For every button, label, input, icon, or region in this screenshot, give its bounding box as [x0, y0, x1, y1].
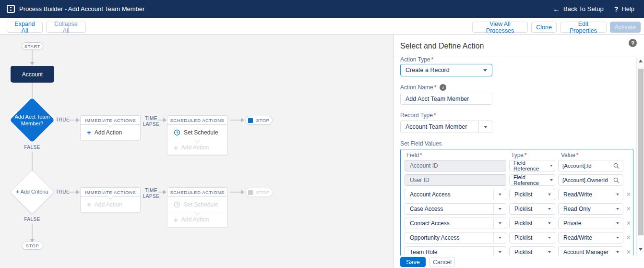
scheduled-actions-box-1: SCHEDULED ACTIONS Set Schedule + Add Act… — [167, 115, 227, 155]
true-label-2: TRUE — [56, 189, 69, 195]
set-field-values-table: Field* Type* Value* Account ID Field Ref… — [400, 149, 633, 268]
value-dropdown[interactable]: Private — [558, 218, 623, 229]
process-builder-icon — [7, 5, 15, 13]
type-dropdown[interactable]: Picklist — [509, 189, 555, 200]
chevron-down-icon — [499, 237, 501, 239]
action-name-input[interactable]: Add Acct Team Member — [400, 93, 492, 105]
field-input-readonly: User ID — [405, 174, 506, 186]
chevron-down-icon — [550, 165, 553, 167]
field-dropdown[interactable]: Account Access — [405, 189, 506, 200]
remove-row-icon[interactable]: × — [625, 232, 632, 244]
expand-all-button[interactable]: Expand All — [7, 22, 43, 33]
collapse-all-button[interactable]: Collapse All — [46, 22, 86, 33]
action-type-label: Action Type* — [400, 56, 433, 63]
help-link[interactable]: ? Help — [610, 5, 638, 13]
back-to-setup-link[interactable]: ← Back To Setup — [549, 5, 608, 12]
view-all-processes-button[interactable]: View All Processes — [472, 22, 528, 33]
time-lapse-label-1: TIME LAPSE — [143, 116, 160, 127]
chevron-down-icon — [548, 194, 551, 195]
plus-icon: + — [87, 129, 91, 136]
select-and-define-action-panel: Select and Define Action ? Action Type* … — [394, 35, 644, 268]
chevron-down-icon — [548, 237, 551, 239]
remove-row-icon[interactable]: × — [625, 189, 632, 200]
time-lapse-label-2: TIME LAPSE — [143, 188, 160, 199]
stop-node-1: STOP — [245, 116, 273, 125]
search-icon[interactable] — [613, 163, 620, 169]
chevron-down-icon — [616, 251, 619, 253]
chevron-down-icon — [616, 237, 619, 239]
clock-icon — [174, 201, 180, 208]
value-dropdown[interactable]: Read/Write — [558, 232, 623, 244]
field-dropdown[interactable]: Contact Access — [405, 218, 506, 229]
plus-icon: + — [174, 216, 178, 223]
value-column-header: Value* — [561, 152, 578, 158]
field-dropdown[interactable]: Opportunity Access — [405, 232, 506, 244]
chevron-down-icon — [550, 179, 553, 181]
scrollbar-down-arrow[interactable] — [639, 248, 643, 251]
clone-button[interactable]: Clone — [531, 22, 557, 33]
start-node: START — [22, 42, 43, 50]
chevron-down-icon — [483, 69, 487, 72]
scrollbar-up-arrow[interactable] — [639, 60, 643, 62]
cancel-button[interactable]: Cancel — [429, 257, 455, 267]
chevron-down-icon — [616, 194, 619, 195]
type-dropdown[interactable]: Field Reference — [509, 160, 555, 171]
false-label-2: FALSE — [23, 217, 42, 222]
panel-title: Select and Define Action — [400, 42, 484, 50]
immediate-actions-box-1: IMMEDIATE ACTIONS + Add Action — [80, 115, 141, 140]
type-dropdown[interactable]: Picklist — [509, 203, 555, 215]
scheduled-actions-header-1: SCHEDULED ACTIONS — [170, 118, 224, 123]
record-type-dropdown[interactable]: Account Team Member — [400, 121, 492, 133]
value-dropdown[interactable]: Read Only — [558, 203, 623, 215]
record-type-label: Record Type* — [400, 112, 436, 119]
chevron-down-icon — [499, 222, 501, 224]
type-dropdown[interactable]: Picklist — [509, 232, 555, 244]
action-name-label: Action Name* i — [400, 84, 446, 91]
activate-button: Activate — [610, 22, 641, 33]
top-header-bar: Process Builder - Add Account Team Membe… — [0, 0, 644, 18]
set-schedule-link-2: Set Schedule — [167, 197, 227, 212]
chevron-down-icon — [499, 208, 501, 210]
help-icon: ? — [614, 5, 619, 13]
scheduled-actions-box-2: SCHEDULED ACTIONS Set Schedule + Add Act… — [167, 187, 227, 227]
set-field-values-label: Set Field Values — [400, 140, 442, 147]
remove-row-icon[interactable]: × — [625, 203, 632, 215]
chevron-down-icon — [616, 208, 619, 210]
value-dropdown[interactable]: Read/Write — [558, 189, 623, 200]
back-arrow-icon: ← — [553, 5, 560, 12]
set-schedule-link-1[interactable]: Set Schedule — [167, 125, 227, 140]
plus-icon: + — [87, 201, 91, 208]
remove-row-icon[interactable]: × — [625, 218, 632, 229]
stop-square-icon — [248, 190, 253, 195]
true-label-1: TRUE — [56, 117, 69, 122]
value-lookup-input[interactable]: [Account].Id — [558, 160, 623, 171]
scrollbar-thumb[interactable] — [638, 69, 644, 235]
page-title: Process Builder - Add Account Team Membe… — [19, 5, 144, 12]
panel-help-icon[interactable]: ? — [629, 39, 637, 47]
panel-footer: Save Cancel — [394, 256, 644, 268]
type-dropdown[interactable]: Field Reference — [509, 174, 555, 186]
stop-node-3: STOP — [22, 242, 43, 250]
field-dropdown[interactable]: Case Access — [405, 203, 506, 215]
trigger-object-node[interactable]: Account — [11, 66, 54, 83]
chevron-down-icon — [548, 222, 551, 224]
info-icon[interactable]: i — [440, 84, 446, 91]
type-dropdown[interactable]: Picklist — [509, 218, 555, 229]
process-builder-app: Process Builder - Add Account Team Membe… — [0, 0, 644, 268]
edit-properties-button[interactable]: Edit Properties — [560, 22, 607, 33]
chevron-down-icon — [484, 126, 488, 128]
field-input-readonly: Account ID — [405, 160, 506, 171]
search-icon[interactable] — [613, 177, 620, 183]
plus-icon: + — [174, 144, 178, 151]
flow-canvas: START Account Add Acct Team Member? TRUE… — [0, 35, 394, 268]
action-type-dropdown[interactable]: Create a Record — [400, 64, 492, 76]
clock-icon — [174, 129, 180, 136]
scheduled-actions-header-2: SCHEDULED ACTIONS — [170, 190, 224, 195]
toolbar: Expand All Collapse All View All Process… — [0, 18, 644, 35]
chevron-down-icon — [499, 251, 501, 253]
panel-scrollbar[interactable] — [636, 57, 644, 256]
stop-square-icon — [248, 118, 253, 123]
value-lookup-input[interactable]: [Account].OwnerId — [558, 174, 623, 186]
save-button[interactable]: Save — [400, 257, 426, 267]
false-label-1: FALSE — [23, 145, 42, 150]
